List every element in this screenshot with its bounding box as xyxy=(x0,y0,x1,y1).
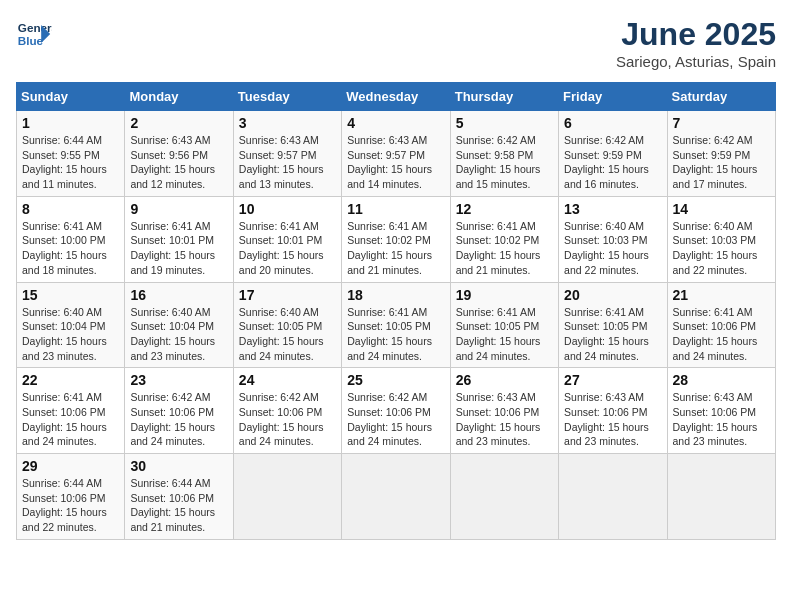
calendar-cell: 11Sunrise: 6:41 AMSunset: 10:02 PMDaylig… xyxy=(342,196,450,282)
header-day-saturday: Saturday xyxy=(667,83,775,111)
day-number: 5 xyxy=(456,115,553,131)
calendar-week-2: 8Sunrise: 6:41 AMSunset: 10:00 PMDayligh… xyxy=(17,196,776,282)
calendar-title: June 2025 xyxy=(616,16,776,53)
calendar-cell: 26Sunrise: 6:43 AMSunset: 10:06 PMDaylig… xyxy=(450,368,558,454)
calendar-cell: 17Sunrise: 6:40 AMSunset: 10:05 PMDaylig… xyxy=(233,282,341,368)
calendar-cell: 10Sunrise: 6:41 AMSunset: 10:01 PMDaylig… xyxy=(233,196,341,282)
header-day-sunday: Sunday xyxy=(17,83,125,111)
day-info: Sunrise: 6:42 AMSunset: 10:06 PMDaylight… xyxy=(239,390,336,449)
calendar-cell: 29Sunrise: 6:44 AMSunset: 10:06 PMDaylig… xyxy=(17,454,125,540)
day-info: Sunrise: 6:43 AMSunset: 10:06 PMDaylight… xyxy=(673,390,770,449)
day-info: Sunrise: 6:40 AMSunset: 10:04 PMDaylight… xyxy=(22,305,119,364)
day-number: 16 xyxy=(130,287,227,303)
header-day-wednesday: Wednesday xyxy=(342,83,450,111)
day-number: 10 xyxy=(239,201,336,217)
day-info: Sunrise: 6:41 AMSunset: 10:01 PMDaylight… xyxy=(239,219,336,278)
calendar-cell: 15Sunrise: 6:40 AMSunset: 10:04 PMDaylig… xyxy=(17,282,125,368)
day-number: 17 xyxy=(239,287,336,303)
day-info: Sunrise: 6:42 AMSunset: 9:58 PMDaylight:… xyxy=(456,133,553,192)
calendar-cell: 14Sunrise: 6:40 AMSunset: 10:03 PMDaylig… xyxy=(667,196,775,282)
day-info: Sunrise: 6:44 AMSunset: 10:06 PMDaylight… xyxy=(130,476,227,535)
calendar-cell: 28Sunrise: 6:43 AMSunset: 10:06 PMDaylig… xyxy=(667,368,775,454)
header-day-monday: Monday xyxy=(125,83,233,111)
title-section: June 2025 Sariego, Asturias, Spain xyxy=(616,16,776,70)
day-number: 23 xyxy=(130,372,227,388)
day-number: 7 xyxy=(673,115,770,131)
calendar-cell: 27Sunrise: 6:43 AMSunset: 10:06 PMDaylig… xyxy=(559,368,667,454)
calendar-week-4: 22Sunrise: 6:41 AMSunset: 10:06 PMDaylig… xyxy=(17,368,776,454)
calendar-cell: 6Sunrise: 6:42 AMSunset: 9:59 PMDaylight… xyxy=(559,111,667,197)
day-info: Sunrise: 6:42 AMSunset: 9:59 PMDaylight:… xyxy=(564,133,661,192)
calendar-cell: 5Sunrise: 6:42 AMSunset: 9:58 PMDaylight… xyxy=(450,111,558,197)
day-number: 22 xyxy=(22,372,119,388)
calendar-cell: 20Sunrise: 6:41 AMSunset: 10:05 PMDaylig… xyxy=(559,282,667,368)
day-info: Sunrise: 6:40 AMSunset: 10:05 PMDaylight… xyxy=(239,305,336,364)
calendar-cell: 30Sunrise: 6:44 AMSunset: 10:06 PMDaylig… xyxy=(125,454,233,540)
day-info: Sunrise: 6:41 AMSunset: 10:01 PMDaylight… xyxy=(130,219,227,278)
svg-text:Blue: Blue xyxy=(18,34,44,47)
day-info: Sunrise: 6:43 AMSunset: 9:56 PMDaylight:… xyxy=(130,133,227,192)
day-number: 24 xyxy=(239,372,336,388)
day-number: 9 xyxy=(130,201,227,217)
calendar-cell xyxy=(342,454,450,540)
day-number: 13 xyxy=(564,201,661,217)
day-number: 1 xyxy=(22,115,119,131)
day-number: 11 xyxy=(347,201,444,217)
calendar-cell: 9Sunrise: 6:41 AMSunset: 10:01 PMDayligh… xyxy=(125,196,233,282)
day-number: 18 xyxy=(347,287,444,303)
calendar-subtitle: Sariego, Asturias, Spain xyxy=(616,53,776,70)
header-day-thursday: Thursday xyxy=(450,83,558,111)
day-number: 4 xyxy=(347,115,444,131)
calendar-cell: 22Sunrise: 6:41 AMSunset: 10:06 PMDaylig… xyxy=(17,368,125,454)
calendar-cell: 13Sunrise: 6:40 AMSunset: 10:03 PMDaylig… xyxy=(559,196,667,282)
calendar-cell: 16Sunrise: 6:40 AMSunset: 10:04 PMDaylig… xyxy=(125,282,233,368)
day-info: Sunrise: 6:40 AMSunset: 10:03 PMDaylight… xyxy=(564,219,661,278)
day-number: 30 xyxy=(130,458,227,474)
day-number: 21 xyxy=(673,287,770,303)
day-info: Sunrise: 6:43 AMSunset: 9:57 PMDaylight:… xyxy=(347,133,444,192)
calendar-cell: 24Sunrise: 6:42 AMSunset: 10:06 PMDaylig… xyxy=(233,368,341,454)
header-day-friday: Friday xyxy=(559,83,667,111)
day-number: 6 xyxy=(564,115,661,131)
day-info: Sunrise: 6:41 AMSunset: 10:05 PMDaylight… xyxy=(347,305,444,364)
logo: General Blue xyxy=(16,16,52,52)
day-info: Sunrise: 6:40 AMSunset: 10:03 PMDaylight… xyxy=(673,219,770,278)
calendar-cell xyxy=(233,454,341,540)
day-number: 28 xyxy=(673,372,770,388)
calendar-cell: 3Sunrise: 6:43 AMSunset: 9:57 PMDaylight… xyxy=(233,111,341,197)
day-info: Sunrise: 6:41 AMSunset: 10:00 PMDaylight… xyxy=(22,219,119,278)
header: General Blue June 2025 Sariego, Asturias… xyxy=(16,16,776,70)
calendar-cell: 25Sunrise: 6:42 AMSunset: 10:06 PMDaylig… xyxy=(342,368,450,454)
calendar-cell xyxy=(559,454,667,540)
calendar-table: SundayMondayTuesdayWednesdayThursdayFrid… xyxy=(16,82,776,540)
day-info: Sunrise: 6:44 AMSunset: 10:06 PMDaylight… xyxy=(22,476,119,535)
day-info: Sunrise: 6:41 AMSunset: 10:06 PMDaylight… xyxy=(22,390,119,449)
day-info: Sunrise: 6:43 AMSunset: 10:06 PMDaylight… xyxy=(456,390,553,449)
calendar-cell xyxy=(450,454,558,540)
day-info: Sunrise: 6:41 AMSunset: 10:02 PMDaylight… xyxy=(347,219,444,278)
day-number: 25 xyxy=(347,372,444,388)
day-number: 8 xyxy=(22,201,119,217)
header-day-tuesday: Tuesday xyxy=(233,83,341,111)
day-info: Sunrise: 6:41 AMSunset: 10:05 PMDaylight… xyxy=(456,305,553,364)
day-info: Sunrise: 6:41 AMSunset: 10:02 PMDaylight… xyxy=(456,219,553,278)
day-info: Sunrise: 6:41 AMSunset: 10:06 PMDaylight… xyxy=(673,305,770,364)
calendar-cell: 8Sunrise: 6:41 AMSunset: 10:00 PMDayligh… xyxy=(17,196,125,282)
day-info: Sunrise: 6:43 AMSunset: 10:06 PMDaylight… xyxy=(564,390,661,449)
day-number: 26 xyxy=(456,372,553,388)
header-row: SundayMondayTuesdayWednesdayThursdayFrid… xyxy=(17,83,776,111)
calendar-week-5: 29Sunrise: 6:44 AMSunset: 10:06 PMDaylig… xyxy=(17,454,776,540)
day-number: 14 xyxy=(673,201,770,217)
day-number: 20 xyxy=(564,287,661,303)
day-info: Sunrise: 6:40 AMSunset: 10:04 PMDaylight… xyxy=(130,305,227,364)
day-number: 19 xyxy=(456,287,553,303)
calendar-header: SundayMondayTuesdayWednesdayThursdayFrid… xyxy=(17,83,776,111)
day-number: 29 xyxy=(22,458,119,474)
day-number: 2 xyxy=(130,115,227,131)
day-number: 27 xyxy=(564,372,661,388)
calendar-cell: 2Sunrise: 6:43 AMSunset: 9:56 PMDaylight… xyxy=(125,111,233,197)
general-blue-icon: General Blue xyxy=(16,16,52,52)
day-number: 3 xyxy=(239,115,336,131)
calendar-cell: 23Sunrise: 6:42 AMSunset: 10:06 PMDaylig… xyxy=(125,368,233,454)
calendar-cell: 21Sunrise: 6:41 AMSunset: 10:06 PMDaylig… xyxy=(667,282,775,368)
